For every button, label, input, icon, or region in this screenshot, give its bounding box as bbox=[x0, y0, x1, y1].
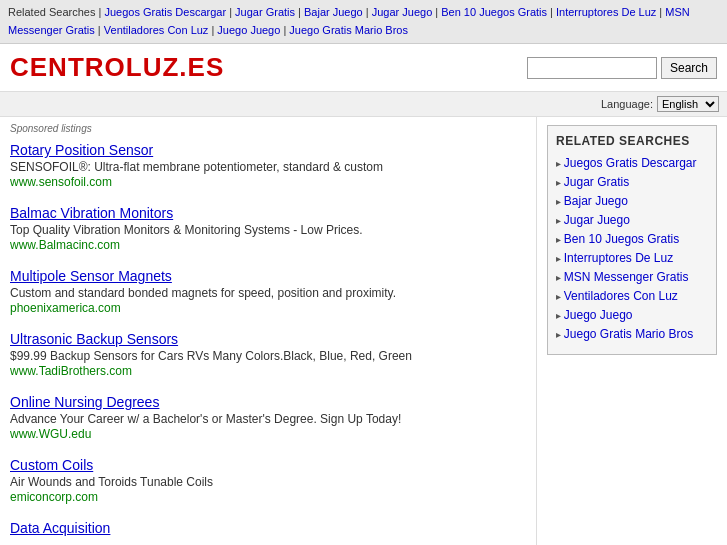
listing-title: Ultrasonic Backup Sensors bbox=[10, 331, 526, 347]
top-bar-label: Related Searches bbox=[8, 6, 95, 18]
right-sidebar: RELATED SEARCHES Juegos Gratis Descargar… bbox=[537, 117, 727, 363]
sidebar-links: Juegos Gratis DescargarJugar GratisBajar… bbox=[556, 156, 708, 341]
top-bar-link[interactable]: Ben 10 Juegos Gratis bbox=[441, 6, 547, 18]
top-bar-link[interactable]: Juego Juego bbox=[217, 24, 280, 36]
language-bar: Language: EnglishSpanishFrenchGerman bbox=[0, 92, 727, 117]
listing-title-link[interactable]: Online Nursing Degrees bbox=[10, 394, 159, 410]
listing-desc: $99.99 Backup Sensors for Cars RVs Many … bbox=[10, 349, 526, 363]
top-bar-link[interactable]: Juegos Gratis Descargar bbox=[104, 6, 226, 18]
listing-title-link[interactable]: Multipole Sensor Magnets bbox=[10, 268, 172, 284]
search-area: Search bbox=[527, 57, 717, 79]
sponsored-label: Sponsored listings bbox=[10, 123, 526, 134]
sidebar-related-link[interactable]: Jugar Gratis bbox=[556, 175, 708, 189]
top-bar-links: | Juegos Gratis Descargar | Jugar Gratis… bbox=[8, 6, 690, 36]
listing-title-link[interactable]: Custom Coils bbox=[10, 457, 93, 473]
listing-item: Custom CoilsAir Wounds and Toroids Tunab… bbox=[10, 457, 526, 504]
search-button[interactable]: Search bbox=[661, 57, 717, 79]
top-bar-link[interactable]: Jugar Juego bbox=[372, 6, 433, 18]
listing-desc: Advance Your Career w/ a Bachelor's or M… bbox=[10, 412, 526, 426]
listing-title-link[interactable]: Rotary Position Sensor bbox=[10, 142, 153, 158]
related-searches-title: RELATED SEARCHES bbox=[556, 134, 708, 148]
listing-title: Data Acquisition bbox=[10, 520, 526, 536]
listing-title-link[interactable]: Balmac Vibration Monitors bbox=[10, 205, 173, 221]
sidebar-related-link[interactable]: Juegos Gratis Descargar bbox=[556, 156, 708, 170]
top-bar-link[interactable]: Ventiladores Con Luz bbox=[104, 24, 209, 36]
sidebar-related-link[interactable]: Ventiladores Con Luz bbox=[556, 289, 708, 303]
listing-desc: Air Wounds and Toroids Tunable Coils bbox=[10, 475, 526, 489]
listing-title: Rotary Position Sensor bbox=[10, 142, 526, 158]
listing-url: www.TadiBrothers.com bbox=[10, 364, 526, 378]
sidebar-box: RELATED SEARCHES Juegos Gratis Descargar… bbox=[547, 125, 717, 355]
sidebar-related-link[interactable]: Juego Juego bbox=[556, 308, 708, 322]
listing-title-link[interactable]: Ultrasonic Backup Sensors bbox=[10, 331, 178, 347]
language-label: Language: bbox=[601, 98, 653, 110]
left-content: Sponsored listings Rotary Position Senso… bbox=[0, 117, 537, 545]
top-bar-link[interactable]: Interruptores De Luz bbox=[556, 6, 656, 18]
listing-url: phoenixamerica.com bbox=[10, 301, 526, 315]
sidebar-related-link[interactable]: Jugar Juego bbox=[556, 213, 708, 227]
top-bar-link[interactable]: Bajar Juego bbox=[304, 6, 363, 18]
sidebar-related-link[interactable]: MSN Messenger Gratis bbox=[556, 270, 708, 284]
sidebar-related-link[interactable]: Ben 10 Juegos Gratis bbox=[556, 232, 708, 246]
listing-item: Multipole Sensor MagnetsCustom and stand… bbox=[10, 268, 526, 315]
listing-item: Online Nursing DegreesAdvance Your Caree… bbox=[10, 394, 526, 441]
listing-desc: Top Quality Vibration Monitors & Monitor… bbox=[10, 223, 526, 237]
listing-url: emiconcorp.com bbox=[10, 490, 526, 504]
listing-title: Online Nursing Degrees bbox=[10, 394, 526, 410]
listing-desc: Custom and standard bonded magnets for s… bbox=[10, 286, 526, 300]
sidebar-related-link[interactable]: Interruptores De Luz bbox=[556, 251, 708, 265]
listing-url: www.WGU.edu bbox=[10, 427, 526, 441]
listing-item: Ultrasonic Backup Sensors$99.99 Backup S… bbox=[10, 331, 526, 378]
listing-item: Rotary Position SensorSENSOFOIL®: Ultra-… bbox=[10, 142, 526, 189]
search-input[interactable] bbox=[527, 57, 657, 79]
site-logo: CENTROLUZ.ES bbox=[10, 52, 224, 83]
header: CENTROLUZ.ES Search bbox=[0, 44, 727, 92]
listing-title: Custom Coils bbox=[10, 457, 526, 473]
top-bar-link[interactable]: Juego Gratis Mario Bros bbox=[289, 24, 408, 36]
sidebar-related-link[interactable]: Bajar Juego bbox=[556, 194, 708, 208]
listing-url: www.Balmacinc.com bbox=[10, 238, 526, 252]
top-related-bar: Related Searches | Juegos Gratis Descarg… bbox=[0, 0, 727, 44]
language-select[interactable]: EnglishSpanishFrenchGerman bbox=[657, 96, 719, 112]
listings-container: Rotary Position SensorSENSOFOIL®: Ultra-… bbox=[10, 142, 526, 536]
main-layout: Sponsored listings Rotary Position Senso… bbox=[0, 117, 727, 545]
sidebar-related-link[interactable]: Juego Gratis Mario Bros bbox=[556, 327, 708, 341]
listing-url: www.sensofoil.com bbox=[10, 175, 526, 189]
listing-item: Data Acquisition bbox=[10, 520, 526, 536]
listing-title: Balmac Vibration Monitors bbox=[10, 205, 526, 221]
listing-title: Multipole Sensor Magnets bbox=[10, 268, 526, 284]
listing-desc: SENSOFOIL®: Ultra-flat membrane potentio… bbox=[10, 160, 526, 174]
listing-title-link[interactable]: Data Acquisition bbox=[10, 520, 110, 536]
listing-item: Balmac Vibration MonitorsTop Quality Vib… bbox=[10, 205, 526, 252]
top-bar-link[interactable]: Jugar Gratis bbox=[235, 6, 295, 18]
